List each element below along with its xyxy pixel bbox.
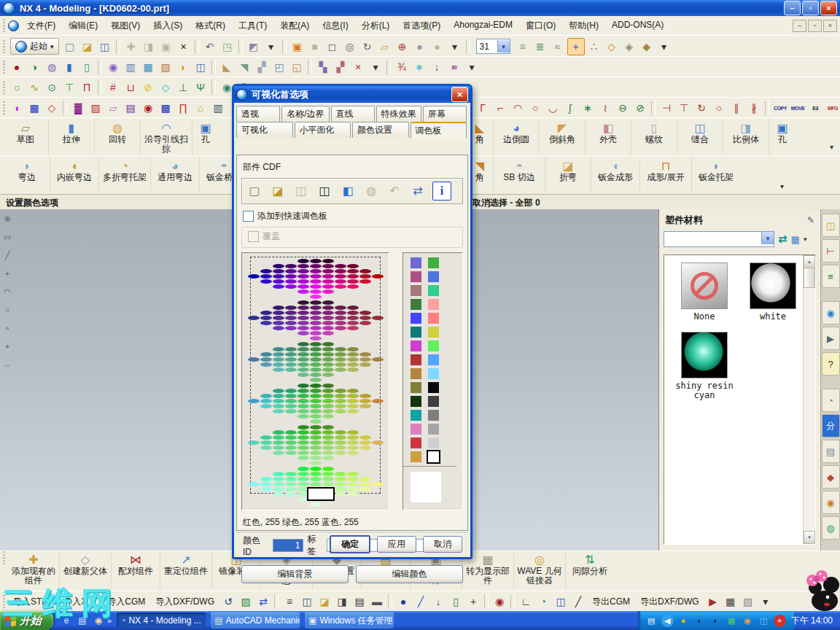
dropdown-icon[interactable]: ▾ — [368, 59, 384, 75]
palette-color-swatch[interactable] — [322, 389, 334, 393]
show-desktop-icon[interactable]: ▤ — [76, 614, 89, 627]
swap-material-icon[interactable]: ⇄ — [778, 233, 788, 246]
edit-materials-icon[interactable]: ✎ — [807, 215, 814, 225]
palette-color-swatch[interactable] — [298, 384, 309, 388]
palette-color-swatch[interactable] — [273, 446, 284, 450]
palette-color-swatch[interactable] — [335, 394, 346, 398]
new-palette-icon[interactable]: ▢ — [246, 182, 263, 200]
constraints-navigator-icon[interactable]: ⊢ — [822, 239, 840, 262]
palette-color-swatch[interactable] — [310, 502, 322, 507]
quick-color-swatch[interactable] — [428, 382, 439, 393]
spray-palette-icon[interactable]: ◍ — [362, 182, 380, 200]
palette-color-swatch[interactable] — [310, 389, 322, 393]
menu-item[interactable]: 帮助(H) — [562, 18, 605, 34]
palette-color-swatch[interactable] — [298, 274, 309, 279]
palette-color-swatch[interactable] — [347, 284, 359, 289]
palette-color-swatch[interactable] — [298, 331, 309, 335]
palette-color-swatch[interactable] — [260, 394, 272, 398]
materials-scrollbar[interactable]: ▴ ▾ — [803, 255, 815, 544]
undo-color-icon[interactable]: ↶ — [386, 182, 403, 200]
palette-color-swatch[interactable] — [260, 446, 272, 450]
quick-color-swatch[interactable] — [411, 451, 421, 462]
extrude-button[interactable]: ▮拉伸 — [48, 120, 94, 155]
palette-color-swatch[interactable] — [335, 492, 346, 497]
toolbar-grip[interactable] — [3, 19, 5, 32]
palette-color-swatch[interactable] — [273, 368, 284, 372]
palette-color-swatch[interactable] — [273, 440, 284, 445]
layers-doc-icon[interactable]: ▤ — [351, 594, 368, 610]
grid-tray-icon[interactable]: ▦ — [726, 615, 738, 627]
palette-color-swatch[interactable] — [359, 357, 371, 362]
sheetmetal-bracket-button[interactable]: ◗钣金托架 — [691, 158, 740, 192]
menu-item[interactable]: 首选项(P) — [396, 18, 447, 34]
palette-color-swatch[interactable] — [298, 311, 309, 315]
palette-color-swatch[interactable] — [298, 440, 309, 445]
stamp-tool-icon[interactable]: ▨ — [88, 100, 104, 116]
palette-color-swatch[interactable] — [298, 456, 309, 460]
palette-color-swatch[interactable] — [310, 331, 322, 335]
flange-button[interactable]: ◗弯边 — [4, 158, 50, 192]
palette-color-swatch[interactable] — [273, 492, 284, 497]
palette-color-swatch[interactable] — [335, 472, 346, 476]
hd3d-tools-icon[interactable]: ▶ — [822, 327, 840, 350]
fill-view-icon[interactable]: ■ — [307, 39, 323, 55]
machining-icon[interactable]: ◆ — [822, 465, 840, 489]
palette-color-swatch[interactable] — [298, 357, 309, 362]
palette-color-swatch[interactable] — [298, 362, 309, 367]
anchor-icon[interactable]: ↓ — [429, 59, 445, 75]
selected-color-swatch[interactable] — [307, 487, 335, 501]
palette-color-swatch[interactable] — [298, 368, 309, 372]
palette-color-swatch[interactable] — [310, 357, 322, 362]
quick-color-swatch[interactable] — [428, 451, 439, 462]
palette-color-swatch[interactable] — [310, 467, 322, 471]
palette-color-swatch[interactable] — [310, 289, 322, 294]
scrollbar-thumb[interactable] — [804, 268, 815, 288]
palette-color-swatch[interactable] — [273, 362, 284, 367]
dialog-titlebar[interactable]: 可视化首选项 × — [234, 86, 470, 103]
palette-color-swatch[interactable] — [372, 357, 384, 362]
palette-color-swatch[interactable] — [298, 446, 309, 450]
sketch-button[interactable]: ▱草图 — [3, 120, 48, 155]
quick-color-swatch[interactable] — [428, 327, 439, 338]
quick-color-swatch[interactable] — [428, 396, 439, 407]
palette-color-swatch[interactable] — [298, 342, 309, 346]
palette-color-swatch[interactable] — [359, 269, 371, 273]
boxgrid-tool-icon[interactable]: ▩ — [158, 100, 174, 116]
palette-color-swatch[interactable] — [310, 461, 322, 465]
shaded-view-icon[interactable]: ● — [412, 39, 428, 55]
flatten-icon[interactable]: ▬ — [369, 594, 385, 610]
palette-color-swatch[interactable] — [322, 300, 334, 305]
palette-color-swatch[interactable] — [310, 347, 322, 351]
axes-icon[interactable]: ∟ — [518, 594, 534, 610]
palette-color-swatch[interactable] — [310, 399, 322, 403]
palette-color-swatch[interactable] — [359, 394, 371, 398]
palette-color-swatch[interactable] — [347, 435, 359, 440]
palette-color-swatch[interactable] — [359, 440, 371, 445]
palette-color-swatch[interactable] — [310, 419, 322, 424]
palette-color-swatch[interactable] — [310, 269, 322, 273]
palette-color-swatch[interactable] — [260, 404, 272, 408]
palette-color-swatch[interactable] — [322, 409, 334, 413]
palette-color-swatch[interactable] — [298, 279, 309, 284]
bend-feature-icon[interactable]: ◗ — [175, 59, 191, 75]
layer-combo[interactable]: 31 ▾ — [476, 39, 510, 54]
scale-body-icon[interactable]: ◱ — [289, 59, 305, 75]
palette-color-swatch[interactable] — [335, 435, 346, 440]
palette-color-swatch[interactable] — [347, 451, 359, 455]
house-tool-icon[interactable]: ⌂ — [192, 100, 209, 116]
datum-axis-icon[interactable]: ◈ — [621, 39, 637, 55]
plate-tool-icon[interactable]: ▱ — [105, 100, 121, 116]
palette-color-swatch[interactable] — [322, 404, 334, 408]
line-draw-icon[interactable]: ╱ — [2, 250, 13, 261]
bend-button[interactable]: ◪折弯 — [545, 158, 591, 192]
palette-color-swatch[interactable] — [273, 477, 284, 481]
palette-color-swatch[interactable] — [310, 384, 322, 388]
palette-color-swatch[interactable] — [359, 279, 371, 284]
hole2-button[interactable]: ▣孔 — [769, 120, 796, 155]
rib-icon[interactable]: ◫ — [192, 59, 209, 75]
cam-tool-icon[interactable]: ◖ — [9, 100, 25, 116]
multi-bend-bracket-button[interactable]: ◔多折弯托架 — [98, 158, 150, 192]
taskbar-clock[interactable]: 下午 14:00 — [791, 615, 840, 627]
crosshair-icon[interactable]: + — [2, 341, 13, 352]
palette-color-swatch[interactable] — [298, 389, 309, 393]
